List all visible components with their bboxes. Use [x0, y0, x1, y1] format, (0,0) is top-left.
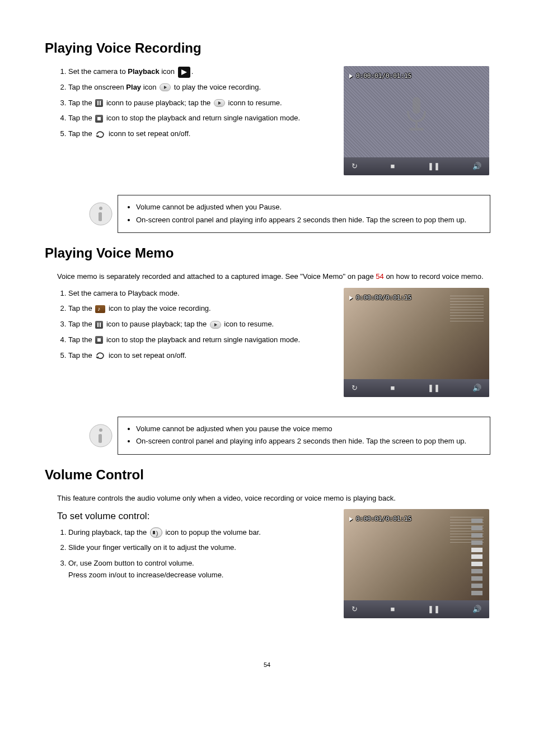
steps-volume-control: During playback, tap the icon to popup t…	[57, 527, 320, 581]
note-item: On-screen control panel and playing info…	[136, 436, 482, 447]
stop-icon	[95, 115, 103, 123]
page-number: 54	[45, 660, 489, 670]
note-item: On-screen control panel and playing info…	[136, 214, 482, 226]
repeat-icon	[95, 130, 105, 138]
intro-volume-control: This feature controls the audio volume o…	[57, 493, 489, 504]
pause-icon: ❚❚	[428, 604, 440, 615]
svg-rect-2	[409, 128, 424, 130]
playback-mode-icon	[178, 67, 190, 78]
play-icon	[210, 321, 221, 329]
step-2: Slide your finger vertically on it to ad…	[68, 542, 320, 554]
screenshot-voice-recording: 0:00:01/0:01:15 ↻ ■ ❚❚ 🔊	[344, 66, 489, 175]
stop-icon	[95, 336, 103, 344]
screenshot-volume-control: 0:00:01/0:01:15 ↻ ■ ❚❚ 🔊	[344, 509, 489, 618]
heading-voice-recording: Playing Voice Recording	[45, 38, 489, 58]
svg-rect-1	[415, 121, 418, 128]
page-link[interactable]: 54	[376, 272, 383, 281]
heading-volume-control: Volume Control	[45, 465, 489, 485]
info-icon	[84, 195, 118, 233]
play-icon	[160, 83, 171, 91]
step-2: Tap the icon to play the voice recording…	[68, 303, 320, 315]
step-4: Tap the icon to stop the playback and re…	[68, 334, 320, 346]
step-5: Tap the icon to set repeat on/off.	[68, 350, 320, 362]
stop-icon: ■	[390, 604, 395, 615]
microphone-graphic-icon	[402, 94, 430, 137]
step-1: Set the camera to Playback icon .	[68, 66, 315, 78]
step-3: Tap the iconn to pause playback; tap the…	[68, 97, 315, 109]
repeat-icon: ↻	[352, 382, 358, 394]
playback-time: 0:00:01/0:01:15	[349, 515, 411, 524]
step-3: Or, use Zoom button to control volume. P…	[68, 558, 320, 581]
step-4: Tap the icon to stop the playback and re…	[68, 113, 315, 124]
repeat-icon: ↻	[352, 161, 358, 172]
volume-icon: 🔊	[472, 161, 481, 172]
pause-icon	[95, 321, 103, 329]
step-1: During playback, tap the icon to popup t…	[68, 527, 320, 539]
volume-icon	[150, 528, 162, 538]
steps-voice-memo: Set the camera to Playback mode. Tap the…	[57, 288, 320, 362]
repeat-icon: ↻	[352, 604, 358, 615]
pause-icon: ❚❚	[428, 161, 440, 172]
note-voice-recording: Volume cannot be adjusted when you Pause…	[84, 195, 490, 233]
playback-time: 0:00:00/0:01:15	[349, 293, 411, 303]
note-item: Volume cannot be adjusted when you pause…	[136, 423, 482, 435]
step-2: Tap the onscreen Play icon to play the v…	[68, 82, 315, 94]
step-1: Set the camera to Playback mode.	[68, 288, 320, 300]
info-icon	[84, 417, 118, 455]
note-item: Volume cannot be adjusted when you Pause…	[136, 202, 482, 213]
svg-point-4	[99, 207, 102, 210]
steps-voice-recording: Set the camera to Playback icon . Tap th…	[57, 66, 315, 140]
playback-time: 0:00:01/0:01:15	[349, 72, 411, 81]
screenshot-voice-memo: 0:00:00/0:01:15 ↻ ■ ❚❚ 🔊	[344, 288, 489, 397]
pause-icon: ❚❚	[428, 382, 440, 394]
svg-point-6	[99, 428, 102, 432]
repeat-icon	[95, 352, 105, 360]
svg-rect-0	[413, 97, 420, 114]
pause-icon	[95, 99, 103, 107]
play-icon	[214, 99, 225, 107]
step-3: Tap the icon to pause playback; tap the …	[68, 319, 320, 330]
volume-icon: 🔊	[472, 604, 481, 615]
note-voice-memo: Volume cannot be adjusted when you pause…	[84, 417, 490, 455]
stop-icon: ■	[390, 161, 395, 172]
intro-voice-memo: Voice memo is separately recorded and at…	[57, 271, 489, 282]
heading-voice-memo: Playing Voice Memo	[45, 243, 489, 263]
volume-slider	[471, 516, 483, 598]
volume-icon: 🔊	[472, 382, 481, 394]
step-5: Tap the iconn to set repeat on/off.	[68, 128, 315, 140]
voice-memo-icon	[95, 305, 105, 313]
stop-icon: ■	[390, 382, 395, 394]
